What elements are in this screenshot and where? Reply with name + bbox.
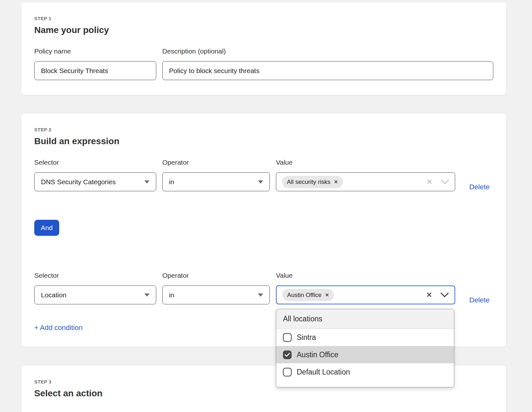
operator-value-row2: in — [169, 291, 174, 299]
value-field-row2[interactable]: Austin Office ✕ ✕ — [276, 285, 455, 304]
caret-down-icon — [258, 293, 263, 297]
selector-value-row1: DNS Security Categories — [41, 178, 116, 186]
caret-down-icon — [144, 180, 149, 184]
step2-card: STEP 2 Build an expression Selector DNS … — [21, 113, 506, 347]
step1-card: STEP 1 Name your policy Policy name Desc… — [21, 2, 506, 95]
delete-row1-link[interactable]: Delete — [469, 183, 490, 191]
dropdown-option-default-location[interactable]: Default Location — [276, 363, 454, 381]
operator-column: Operator in — [162, 272, 270, 304]
description-input[interactable] — [162, 61, 493, 80]
value-column: Value Austin Office ✕ ✕ A — [276, 272, 455, 304]
operator-column: Operator in — [162, 159, 270, 191]
selector-column: Selector DNS Security Categories — [34, 159, 156, 191]
locations-dropdown: All locations Sintra Austin Office Defau… — [276, 309, 454, 387]
checkbox-unchecked[interactable] — [283, 333, 292, 342]
step1-fields-row: Policy name Description (optional) — [34, 47, 493, 80]
operator-select-row2[interactable]: in — [162, 285, 270, 304]
selector-column: Selector Location — [34, 272, 156, 304]
policy-name-label: Policy name — [34, 47, 156, 55]
dropdown-option-sintra[interactable]: Sintra — [276, 329, 454, 346]
chevron-down-icon[interactable] — [441, 179, 449, 185]
chip-remove-icon[interactable]: ✕ — [334, 179, 338, 185]
selector-select-row2[interactable]: Location — [34, 285, 156, 304]
checkbox-checked[interactable] — [283, 350, 292, 359]
dropdown-option-austin-office[interactable]: Austin Office — [276, 346, 454, 363]
step3-title: Select an action — [34, 388, 493, 399]
step2-title: Build an expression — [34, 136, 493, 146]
expression-row-1: Selector DNS Security Categories Operato… — [34, 159, 493, 191]
value-column: Value All security risks ✕ ✕ — [276, 159, 455, 191]
caret-down-icon — [258, 180, 263, 184]
description-label: Description (optional) — [162, 47, 493, 55]
operator-value-row1: in — [169, 178, 174, 186]
caret-down-icon — [144, 293, 149, 297]
step1-title: Name your policy — [34, 25, 493, 35]
dropdown-header: All locations — [276, 309, 454, 329]
value-field-row1[interactable]: All security risks ✕ ✕ — [276, 172, 455, 191]
value-label: Value — [276, 272, 455, 279]
and-button[interactable]: And — [34, 220, 59, 236]
selector-label: Selector — [34, 272, 156, 279]
option-label: Austin Office — [297, 350, 338, 359]
description-group: Description (optional) — [162, 47, 493, 80]
chip-label: Austin Office — [287, 292, 321, 299]
step1-label: STEP 1 — [34, 16, 493, 21]
chip-remove-icon[interactable]: ✕ — [325, 292, 329, 298]
value-wrap-row1: All security risks ✕ ✕ — [276, 172, 455, 191]
clear-icon[interactable]: ✕ — [426, 292, 432, 299]
add-condition-link[interactable]: + Add condition — [34, 324, 83, 332]
delete-row2-link[interactable]: Delete — [469, 296, 490, 304]
value-label: Value — [276, 159, 455, 166]
operator-label: Operator — [162, 272, 270, 279]
checkmark-icon — [285, 353, 290, 357]
value-wrap-row2: Austin Office ✕ ✕ All locations — [276, 285, 455, 304]
policy-name-input[interactable] — [34, 61, 156, 80]
step2-label: STEP 2 — [34, 127, 493, 132]
selector-value-row2: Location — [41, 291, 66, 299]
expression-row-2: Selector Location Operator in Value Aust… — [34, 272, 493, 304]
operator-select-row1[interactable]: in — [162, 172, 270, 191]
field-icons-row2: ✕ — [426, 292, 449, 299]
policy-name-group: Policy name — [34, 47, 156, 80]
value-chip: All security risks ✕ — [282, 176, 343, 188]
operator-label: Operator — [162, 159, 270, 166]
selector-select-row1[interactable]: DNS Security Categories — [34, 172, 156, 191]
chevron-down-icon[interactable] — [440, 293, 449, 298]
clear-icon[interactable]: ✕ — [427, 178, 432, 185]
option-label: Sintra — [297, 333, 316, 342]
field-icons-row1: ✕ — [427, 178, 449, 185]
value-chip: Austin Office ✕ — [282, 289, 334, 301]
chip-label: All security risks — [287, 178, 330, 185]
option-label: Default Location — [297, 368, 350, 376]
selector-label: Selector — [34, 159, 156, 166]
checkbox-unchecked[interactable] — [283, 368, 292, 376]
